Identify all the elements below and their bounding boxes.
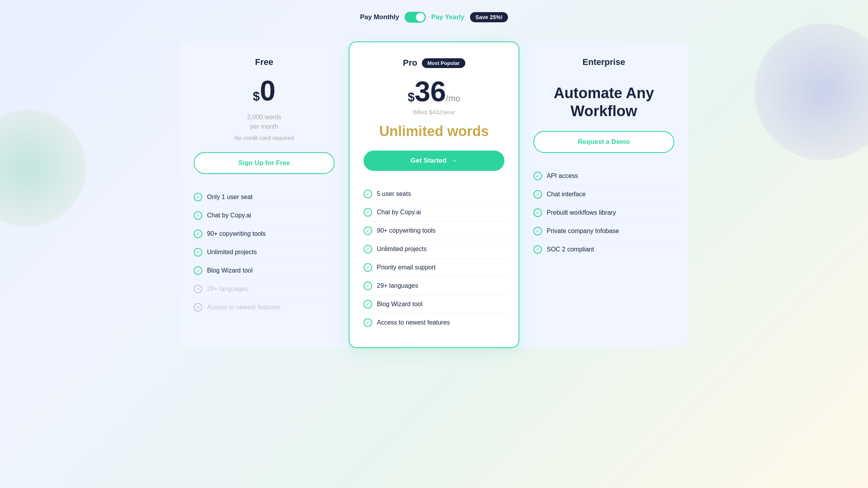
check-icon: ✓	[533, 245, 542, 254]
list-item: ✓ 5 user seats	[364, 185, 504, 203]
check-icon: ✓	[364, 318, 372, 327]
pay-yearly-label: Pay Yearly	[431, 13, 465, 21]
free-words-limit: 2,000 words per month	[194, 113, 335, 131]
enterprise-headline: Automate Any Workflow	[533, 77, 674, 120]
billing-toggle-bar: Pay Monthly Pay Yearly Save 25%!	[360, 12, 508, 23]
free-plan-header: Free	[194, 57, 335, 67]
pay-monthly-label: Pay Monthly	[360, 13, 399, 21]
pro-price-area: $ 36 /mo Billed $432/year	[364, 77, 504, 115]
toggle-knob	[416, 13, 425, 22]
free-price-area: $ 0	[194, 77, 335, 105]
free-price-main: $ 0	[194, 77, 335, 105]
list-item: ✓ Chat interface	[533, 185, 674, 204]
check-icon: ✓	[533, 208, 542, 217]
list-item: ✓ 29+ languages	[364, 277, 504, 295]
pro-price-period: /mo	[446, 93, 461, 104]
list-item: ✓ Only 1 user seat	[194, 188, 335, 206]
list-item: ✓ Chat by Copy.ai	[364, 203, 504, 222]
plans-container: Free $ 0 2,000 words per month No credit…	[180, 41, 688, 348]
free-price-dollar: $	[253, 89, 260, 104]
list-item: ✓ Blog Wizard tool	[364, 295, 504, 314]
list-item: ✕ 29+ languages	[194, 280, 335, 298]
pro-billed-sub: Billed $432/year	[364, 109, 504, 115]
list-item: ✓ Blog Wizard tool	[194, 262, 335, 280]
arrow-icon: →	[451, 157, 457, 164]
enterprise-features-list: ✓ API access ✓ Chat interface ✓ Prebuilt…	[533, 167, 674, 258]
list-item: ✕ Access to newest features	[194, 298, 335, 316]
pro-features-list: ✓ 5 user seats ✓ Chat by Copy.ai ✓ 90+ c…	[364, 185, 504, 332]
list-item: ✓ SOC 2 compliant	[533, 240, 674, 258]
check-icon: ✓	[533, 172, 542, 180]
enterprise-plan-name: Enterprise	[583, 57, 625, 67]
pro-cta-button[interactable]: Get Started →	[364, 151, 504, 171]
check-icon: ✓	[364, 245, 372, 253]
list-item: ✓ Access to newest features	[364, 314, 504, 332]
list-item: ✓ Priority email support	[364, 258, 504, 277]
check-icon: ✓	[364, 190, 372, 198]
free-plan-card: Free $ 0 2,000 words per month No credit…	[180, 41, 349, 348]
pro-price-main: $ 36 /mo	[364, 77, 504, 106]
pro-plan-name: Pro	[403, 58, 417, 68]
pro-plan-card: Pro Most Popular $ 36 /mo Billed $432/ye…	[349, 41, 519, 348]
check-icon: ✓	[364, 282, 372, 290]
check-icon: ✓	[194, 193, 202, 201]
free-cta-button[interactable]: Sign Up for Free	[194, 152, 335, 174]
check-icon: ✓	[194, 211, 202, 220]
list-item: ✓ Prebuilt workflows library	[533, 204, 674, 222]
free-plan-name: Free	[255, 57, 273, 67]
list-item: ✓ Chat by Copy.ai	[194, 206, 335, 225]
check-icon: ✓	[364, 263, 372, 272]
check-icon: ✓	[194, 248, 202, 257]
unlimited-words-label: Unlimited words	[364, 123, 504, 140]
x-icon: ✕	[194, 303, 202, 312]
list-item: ✓ 90+ copywriting tools	[194, 225, 335, 243]
check-icon: ✓	[364, 208, 372, 217]
list-item: ✓ Unlimited projects	[364, 240, 504, 258]
check-icon: ✓	[364, 226, 372, 235]
list-item: ✓ Private company Infobase	[533, 222, 674, 240]
check-icon: ✓	[533, 190, 542, 199]
free-price-number: 0	[260, 77, 276, 105]
list-item: ✓ 90+ copywriting tools	[364, 222, 504, 240]
check-icon: ✓	[533, 227, 542, 235]
check-icon: ✓	[194, 266, 202, 275]
enterprise-plan-card: Enterprise Automate Any Workflow Request…	[519, 41, 688, 348]
list-item: ✓ Unlimited projects	[194, 243, 335, 262]
free-no-cc: No credit card required	[194, 135, 335, 141]
pro-plan-header: Pro Most Popular	[364, 58, 504, 68]
check-icon: ✓	[364, 300, 372, 309]
save-badge: Save 25%!	[470, 12, 508, 22]
pro-price-number: 36	[415, 77, 446, 106]
list-item: ✓ API access	[533, 167, 674, 185]
pro-price-dollar: $	[408, 90, 415, 104]
enterprise-cta-button[interactable]: Request a Demo	[533, 131, 674, 153]
x-icon: ✕	[194, 285, 202, 293]
check-icon: ✓	[194, 230, 202, 238]
free-features-list: ✓ Only 1 user seat ✓ Chat by Copy.ai ✓ 9…	[194, 188, 335, 316]
enterprise-plan-header: Enterprise	[533, 57, 674, 67]
most-popular-badge: Most Popular	[422, 58, 465, 68]
billing-toggle-switch[interactable]	[405, 12, 426, 23]
